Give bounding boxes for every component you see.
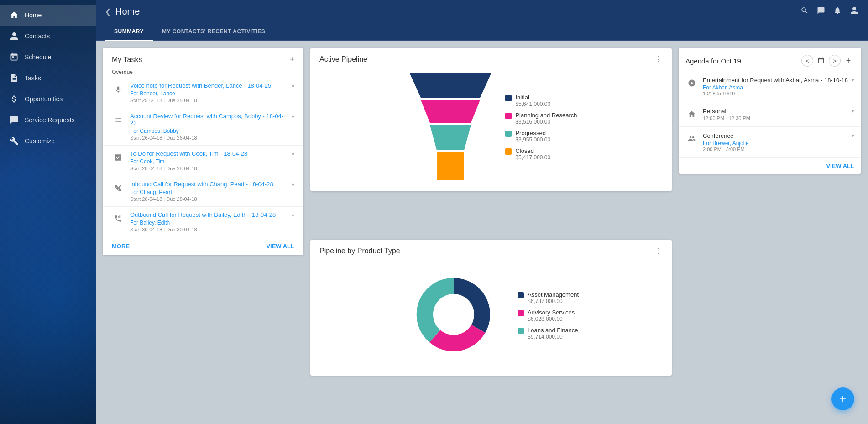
- inbound-call-icon: [112, 182, 125, 194]
- legend-item-initial: Initial $5,641,000.00: [505, 94, 577, 107]
- donut-chart: [403, 264, 504, 366]
- legend-text-closed: Closed $5,417,000.00: [515, 147, 550, 161]
- agenda-item-expand-icon[interactable]: ▾: [852, 108, 854, 114]
- agenda-item-expand-icon[interactable]: ▾: [852, 132, 854, 139]
- task-content: Inbound Call for Request with Chang, Pea…: [130, 181, 286, 202]
- svg-point-5: [433, 294, 474, 335]
- sidebar-item-customize-label: Customize: [25, 137, 55, 145]
- task-expand-icon[interactable]: ▾: [292, 212, 294, 219]
- fab-button[interactable]: +: [831, 387, 854, 410]
- task-content: Account Review for Request with Campos, …: [130, 113, 286, 141]
- agenda-item-time: 12:00 PM - 12:30 PM: [703, 115, 750, 121]
- chat-icon[interactable]: [817, 6, 825, 17]
- agenda-item-header: Personal 12:00 PM - 12:30 PM ▾: [685, 108, 854, 121]
- tab-summary[interactable]: SUMMARY: [105, 23, 153, 41]
- legend-value: $6,028,000.00: [528, 316, 575, 322]
- task-name[interactable]: Account Review for Request with Campos, …: [130, 113, 286, 126]
- agenda-item-title[interactable]: Entertainment for Request with Akbar, As…: [703, 77, 848, 84]
- task-dates: Start 30-04-18 | Due 30-04-18: [130, 227, 286, 232]
- task-expand-icon[interactable]: ▾: [292, 114, 294, 120]
- agenda-card: Agenda for Oct 19 < > +: [679, 48, 861, 174]
- collapse-icon[interactable]: ❮: [105, 7, 111, 16]
- agenda-item-sub: For Akbar, Asma: [703, 84, 848, 91]
- schedule-icon: [9, 52, 19, 62]
- task-for: For Chang, Pearl: [130, 189, 286, 195]
- tab-contacts-activities[interactable]: MY CONTACTS' RECENT ACTIVITIES: [153, 23, 274, 41]
- sidebar-item-service-requests[interactable]: Service Requests: [0, 110, 96, 131]
- todo-icon: [112, 151, 125, 164]
- task-dates: Start 26-04-18 | Due 26-04-18: [130, 135, 286, 141]
- agenda-viewall: VIEW ALL: [679, 158, 861, 174]
- sidebar-item-opportunities-label: Opportunities: [25, 95, 63, 103]
- task-item: To Do for Request with Cook, Tim - 18-04…: [103, 146, 303, 176]
- legend-item-closed: Closed $5,417,000.00: [505, 147, 577, 161]
- agenda-item-date: 10/18 to 10/19: [703, 91, 848, 96]
- legend-value: $3,955,000.00: [515, 136, 550, 143]
- legend-dot-closed: [505, 148, 512, 155]
- task-item: Inbound Call for Request with Chang, Pea…: [103, 176, 303, 207]
- agenda-item-text: Personal 12:00 PM - 12:30 PM: [703, 108, 750, 121]
- agenda-item-time: 2:00 PM - 3:00 PM: [703, 147, 749, 152]
- task-content: Voice note for Request with Bender, Lanc…: [130, 82, 286, 103]
- pipeline-header: Active Pipeline ⋮: [310, 48, 672, 68]
- task-expand-icon[interactable]: ▾: [292, 83, 294, 89]
- legend-dot-asset: [518, 292, 524, 298]
- agenda-prev-button[interactable]: <: [801, 55, 813, 67]
- bell-icon[interactable]: [833, 6, 842, 17]
- task-name[interactable]: Inbound Call for Request with Chang, Pea…: [130, 181, 286, 188]
- tasks-more-button[interactable]: MORE: [112, 243, 130, 250]
- sidebar-item-schedule-label: Schedule: [25, 53, 51, 61]
- search-icon[interactable]: [800, 6, 809, 17]
- task-for: For Campos, Bobby: [130, 128, 286, 134]
- agenda-nav: < > +: [801, 55, 854, 67]
- sidebar-item-customize[interactable]: Customize: [0, 131, 96, 152]
- svg-rect-3: [437, 152, 464, 180]
- pipeline-legend: Initial $5,641,000.00 Planning and Resea…: [505, 94, 577, 161]
- opportunities-icon: [9, 94, 19, 104]
- pipeline-title: Active Pipeline: [319, 55, 367, 63]
- calendar-icon[interactable]: [815, 55, 827, 67]
- tasks-viewall-button[interactable]: VIEW ALL: [266, 243, 294, 250]
- agenda-item-entertainment: Entertainment for Request with Akbar, As…: [679, 71, 861, 102]
- tasks-add-button[interactable]: +: [289, 55, 294, 64]
- sidebar-item-contacts[interactable]: Contacts: [0, 26, 96, 47]
- agenda-item-text: Conference For Brewer, Anjolie 2:00 PM -…: [703, 132, 749, 152]
- sidebar-nav: Home Contacts Schedule Tasks Opportuniti…: [0, 5, 96, 152]
- topbar-right: [800, 6, 859, 17]
- legend-item-advisory: Advisory Services $6,028,000.00: [518, 309, 579, 322]
- task-expand-icon[interactable]: ▾: [292, 151, 294, 157]
- task-name[interactable]: Voice note for Request with Bender, Lanc…: [130, 82, 286, 89]
- sidebar-item-opportunities[interactable]: Opportunities: [0, 89, 96, 110]
- donut-chart-body: Asset Management $6,787,000.00 Advisory …: [310, 260, 672, 376]
- agenda-add-button[interactable]: +: [842, 55, 854, 67]
- agenda-item-title[interactable]: Personal: [703, 108, 750, 115]
- home-personal-icon: [685, 108, 698, 120]
- legend-dot-progressed: [505, 131, 512, 137]
- task-for: For Cook, Tim: [130, 158, 286, 165]
- legend-dot-initial: [505, 95, 512, 101]
- agenda-item-title[interactable]: Conference: [703, 132, 749, 140]
- pipeline-menu-icon[interactable]: ⋮: [654, 55, 663, 63]
- task-dates: Start 28-04-18 | Due 28-04-18: [130, 196, 286, 202]
- active-pipeline-card: Active Pipeline ⋮: [310, 48, 672, 191]
- task-expand-icon[interactable]: ▾: [292, 182, 294, 188]
- conference-icon: [685, 132, 698, 145]
- sidebar-item-contacts-label: Contacts: [25, 32, 50, 40]
- legend-value: $5,641,000.00: [515, 101, 550, 107]
- agenda-next-button[interactable]: >: [829, 55, 841, 67]
- legend-label: Closed: [515, 147, 550, 154]
- sidebar-item-home[interactable]: Home: [0, 5, 96, 26]
- agenda-item-conference: Conference For Brewer, Anjolie 2:00 PM -…: [679, 127, 861, 158]
- task-name[interactable]: To Do for Request with Cook, Tim - 18-04…: [130, 150, 286, 157]
- sidebar-item-schedule[interactable]: Schedule: [0, 47, 96, 68]
- legend-text-initial: Initial $5,641,000.00: [515, 94, 550, 107]
- task-name[interactable]: Outbound Call for Request with Bailey, E…: [130, 211, 286, 218]
- legend-text-asset: Asset Management $6,787,000.00: [528, 291, 579, 304]
- legend-dot-advisory: [518, 310, 524, 316]
- legend-label: Advisory Services: [528, 309, 575, 316]
- sidebar-item-tasks[interactable]: Tasks: [0, 68, 96, 89]
- product-pipeline-menu-icon[interactable]: ⋮: [654, 246, 663, 255]
- user-icon[interactable]: [850, 6, 859, 17]
- agenda-item-expand-icon[interactable]: ▾: [852, 77, 854, 83]
- agenda-viewall-button[interactable]: VIEW ALL: [826, 162, 854, 169]
